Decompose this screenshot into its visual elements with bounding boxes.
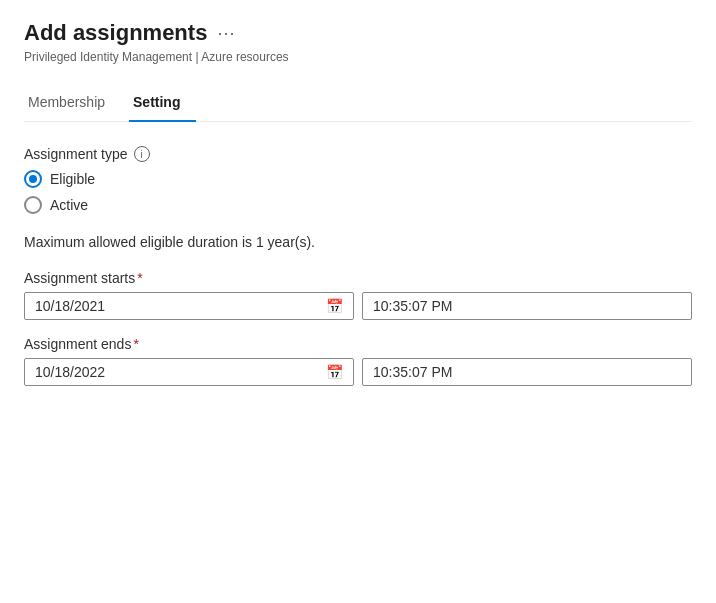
radio-eligible-label: Eligible: [50, 171, 95, 187]
assignment-ends-time-input[interactable]: [373, 364, 681, 380]
ends-required-star: *: [133, 336, 138, 352]
radio-active[interactable]: Active: [24, 196, 692, 214]
radio-active-label: Active: [50, 197, 88, 213]
more-options-icon[interactable]: ···: [217, 23, 235, 44]
assignment-type-section: Assignment type i Eligible Active: [24, 146, 692, 214]
tab-setting[interactable]: Setting: [129, 84, 196, 122]
starts-required-star: *: [137, 270, 142, 286]
tabs-container: Membership Setting: [24, 84, 692, 122]
breadcrumb: Privileged Identity Management | Azure r…: [24, 50, 692, 64]
assignment-ends-date-input[interactable]: [35, 364, 322, 380]
info-message: Maximum allowed eligible duration is 1 y…: [24, 234, 692, 250]
starts-calendar-icon[interactable]: 📅: [326, 298, 343, 314]
assignment-starts-time-wrapper: [362, 292, 692, 320]
assignment-starts-field: Assignment starts* 📅: [24, 270, 692, 320]
assignment-starts-inputs: 📅: [24, 292, 692, 320]
assignment-ends-inputs: 📅: [24, 358, 692, 386]
radio-active-circle[interactable]: [24, 196, 42, 214]
assignment-starts-time-input[interactable]: [373, 298, 681, 314]
assignment-type-radio-group: Eligible Active: [24, 170, 692, 214]
assignment-starts-date-input[interactable]: [35, 298, 322, 314]
radio-eligible[interactable]: Eligible: [24, 170, 692, 188]
assignment-ends-time-wrapper: [362, 358, 692, 386]
assignment-starts-label: Assignment starts*: [24, 270, 692, 286]
page-title: Add assignments: [24, 20, 207, 46]
assignment-type-info-icon[interactable]: i: [134, 146, 150, 162]
tab-membership[interactable]: Membership: [24, 84, 121, 122]
assignment-ends-field: Assignment ends* 📅: [24, 336, 692, 386]
assignment-ends-date-wrapper: 📅: [24, 358, 354, 386]
assignment-starts-date-wrapper: 📅: [24, 292, 354, 320]
radio-eligible-circle[interactable]: [24, 170, 42, 188]
assignment-type-label: Assignment type i: [24, 146, 692, 162]
ends-calendar-icon[interactable]: 📅: [326, 364, 343, 380]
assignment-ends-label: Assignment ends*: [24, 336, 692, 352]
page-header: Add assignments ···: [24, 20, 692, 46]
